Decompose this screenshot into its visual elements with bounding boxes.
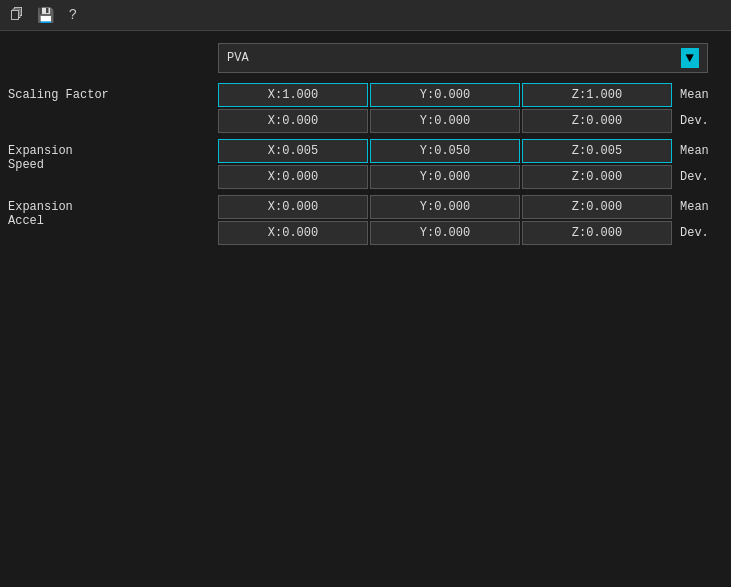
expansion-speed-dev-y[interactable]: Y:0.000 — [370, 165, 520, 189]
expansion-accel-rows: X:0.000 Y:0.000 Z:0.000 Mean X:0.000 Y:0… — [218, 195, 714, 245]
expansion-accel-mean-label: Mean — [674, 200, 714, 214]
scaling-factor-dev-row: X:0.000 Y:0.000 Z:0.000 Dev. — [218, 109, 714, 133]
scaling-factor-mean-label: Mean — [674, 88, 714, 102]
expansion-accel-mean-z[interactable]: Z:0.000 — [522, 195, 672, 219]
scaling-factor-dev-z[interactable]: Z:0.000 — [522, 109, 672, 133]
help-icon[interactable]: ? — [62, 4, 84, 26]
scaling-factor-label: Scaling Factor — [8, 83, 218, 102]
expansion-speed-dev-row: X:0.000 Y:0.000 Z:0.000 Dev. — [218, 165, 714, 189]
scaling-factor-dev-y[interactable]: Y:0.000 — [370, 109, 520, 133]
expansion-speed-label: ExpansionSpeed — [8, 139, 218, 172]
expansion-accel-section: ExpansionAccel X:0.000 Y:0.000 Z:0.000 M… — [0, 195, 731, 245]
expansion-speed-mean-z[interactable]: Z:0.005 — [522, 139, 672, 163]
expansion-accel-mean-x[interactable]: X:0.000 — [218, 195, 368, 219]
scaling-factor-rows: X:1.000 Y:0.000 Z:1.000 Mean X:0.000 Y:0… — [218, 83, 714, 133]
scaling-factor-mean-x[interactable]: X:1.000 — [218, 83, 368, 107]
scaling-factor-mean-y[interactable]: Y:0.000 — [370, 83, 520, 107]
save-icon[interactable]: 💾 — [34, 4, 56, 26]
material-dropdown[interactable]: PVA ▼ — [218, 43, 708, 73]
expansion-accel-dev-label: Dev. — [674, 226, 714, 240]
scaling-factor-section: Scaling Factor X:1.000 Y:0.000 Z:1.000 M… — [0, 83, 731, 133]
expansion-speed-rows: X:0.005 Y:0.050 Z:0.005 Mean X:0.000 Y:0… — [218, 139, 714, 189]
main-content: PVA ▼ Scaling Factor X:1.000 Y:0.000 Z:1… — [0, 31, 731, 255]
expansion-accel-dev-z[interactable]: Z:0.000 — [522, 221, 672, 245]
expansion-speed-mean-x[interactable]: X:0.005 — [218, 139, 368, 163]
scaling-factor-dev-x[interactable]: X:0.000 — [218, 109, 368, 133]
scaling-factor-mean-row: X:1.000 Y:0.000 Z:1.000 Mean — [218, 83, 714, 107]
scaling-factor-mean-z[interactable]: Z:1.000 — [522, 83, 672, 107]
toolbar: 🗍 💾 ? — [0, 0, 731, 31]
expansion-accel-mean-row: X:0.000 Y:0.000 Z:0.000 Mean — [218, 195, 714, 219]
expansion-speed-mean-row: X:0.005 Y:0.050 Z:0.005 Mean — [218, 139, 714, 163]
expansion-speed-dev-x[interactable]: X:0.000 — [218, 165, 368, 189]
expansion-accel-mean-y[interactable]: Y:0.000 — [370, 195, 520, 219]
expansion-accel-dev-row: X:0.000 Y:0.000 Z:0.000 Dev. — [218, 221, 714, 245]
expansion-speed-section: ExpansionSpeed X:0.005 Y:0.050 Z:0.005 M… — [0, 139, 731, 189]
scaling-factor-dev-label: Dev. — [674, 114, 714, 128]
expansion-accel-dev-y[interactable]: Y:0.000 — [370, 221, 520, 245]
doc-icon[interactable]: 🗍 — [6, 4, 28, 26]
expansion-accel-dev-x[interactable]: X:0.000 — [218, 221, 368, 245]
expansion-speed-dev-z[interactable]: Z:0.000 — [522, 165, 672, 189]
expansion-speed-dev-label: Dev. — [674, 170, 714, 184]
expansion-speed-mean-label: Mean — [674, 144, 714, 158]
dropdown-value: PVA — [227, 51, 249, 65]
dropdown-arrow-icon: ▼ — [681, 48, 699, 68]
expansion-speed-mean-y[interactable]: Y:0.050 — [370, 139, 520, 163]
dropdown-row: PVA ▼ — [0, 39, 731, 77]
expansion-accel-label: ExpansionAccel — [8, 195, 218, 228]
